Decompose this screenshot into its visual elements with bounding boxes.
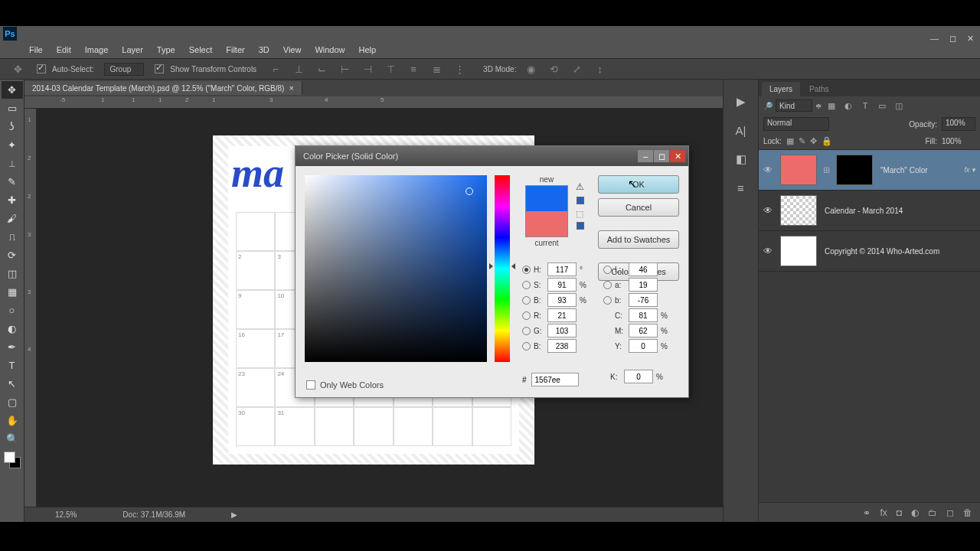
s-input[interactable]	[547, 278, 577, 292]
l-input[interactable]	[629, 262, 658, 276]
showtransform-check[interactable]	[155, 64, 164, 73]
autoselect-dropdown[interactable]: Group	[104, 63, 144, 76]
fx-icon[interactable]: fx ▾	[964, 166, 980, 174]
websafe-swatch[interactable]	[577, 222, 584, 230]
dodge-tool[interactable]: ◐	[2, 320, 23, 337]
filter-adjust-icon[interactable]: ◐	[841, 99, 855, 112]
hex-input[interactable]	[531, 373, 579, 386]
add-swatches-button[interactable]: Add to Swatches	[598, 230, 679, 249]
stamp-tool[interactable]: ⎍	[2, 228, 23, 246]
dialog-min-icon[interactable]: –	[638, 150, 653, 162]
layer-name[interactable]: Calendar - March 2014	[820, 207, 980, 215]
gradient-tool[interactable]: ▦	[2, 283, 23, 301]
blab-radio[interactable]	[603, 296, 612, 305]
lasso-tool[interactable]: ʖ	[2, 118, 23, 135]
a-radio[interactable]	[603, 281, 612, 289]
filter-smart-icon[interactable]: ◫	[892, 99, 906, 112]
filter-shape-icon[interactable]: ▭	[875, 99, 889, 112]
align-icon[interactable]: ⊥	[290, 60, 307, 77]
3d-icon[interactable]: ⤢	[568, 60, 585, 77]
eraser-tool[interactable]: ◫	[2, 265, 23, 282]
layer-name[interactable]: Copyright © 2014 Who-Arted.com	[820, 247, 980, 256]
color-swatch[interactable]	[4, 452, 21, 468]
align-icon[interactable]: ⊢	[336, 60, 353, 77]
align-icon[interactable]: ⊣	[359, 60, 376, 77]
current-color-swatch[interactable]	[526, 211, 567, 236]
history-panel-icon[interactable]: ▶	[737, 95, 746, 109]
maximize-button[interactable]: ◻	[949, 34, 956, 44]
menu-edit[interactable]: Edit	[51, 44, 77, 56]
paths-tab[interactable]: Paths	[802, 82, 837, 96]
a-input[interactable]	[629, 278, 658, 292]
align-icon[interactable]: ⌐	[267, 60, 284, 77]
mask-thumb[interactable]	[836, 155, 873, 185]
g-radio[interactable]	[522, 327, 531, 335]
mask-button-icon[interactable]: ◘	[897, 507, 902, 518]
minimize-button[interactable]: —	[930, 34, 939, 44]
crop-tool[interactable]: ⟂	[2, 155, 23, 172]
layer-row[interactable]: 👁 𐌎 "March" Color fx ▾	[759, 150, 980, 191]
websafe-icon[interactable]: ⬚	[576, 209, 584, 217]
distribute-icon[interactable]: ≣	[428, 60, 445, 77]
brush-tool[interactable]: 🖌	[2, 210, 23, 227]
menu-filter[interactable]: Filter	[220, 44, 250, 56]
c-input[interactable]	[629, 308, 658, 322]
eyedropper-tool[interactable]: ✎	[2, 173, 23, 191]
layer-thumb[interactable]	[780, 236, 817, 266]
h-input[interactable]	[547, 262, 577, 276]
menu-select[interactable]: Select	[183, 44, 219, 56]
3d-icon[interactable]: ⟲	[545, 60, 562, 77]
dialog-close-icon[interactable]: ✕	[670, 150, 685, 162]
distribute-icon[interactable]: ≡	[405, 60, 422, 77]
sb-cursor[interactable]	[466, 187, 473, 195]
link-icon[interactable]: ⚭	[863, 507, 871, 518]
lock-pos-icon[interactable]: ✥	[810, 136, 817, 146]
lock-paint-icon[interactable]: ✎	[799, 136, 805, 146]
g-input[interactable]	[547, 324, 577, 337]
lock-all-icon[interactable]: 🔒	[822, 136, 832, 146]
saturation-brightness-field[interactable]	[305, 175, 487, 362]
menu-layer[interactable]: Layer	[116, 44, 149, 56]
blur-tool[interactable]: ○	[2, 302, 23, 319]
trash-icon[interactable]: 🗑	[963, 507, 972, 518]
align-icon[interactable]: ⊤	[382, 60, 399, 77]
3d-icon[interactable]: ↕	[591, 60, 608, 77]
zoom-level[interactable]: 12.5%	[55, 510, 77, 519]
new-color-swatch[interactable]	[526, 186, 567, 211]
l-radio[interactable]	[603, 266, 612, 274]
menu-3d[interactable]: 3D	[253, 44, 276, 56]
character-panel-icon[interactable]: A|	[736, 124, 746, 137]
gamut-warning-icon[interactable]: ⚠	[576, 181, 584, 192]
layer-row[interactable]: 👁 Copyright © 2014 Who-Arted.com	[759, 231, 980, 272]
3d-icon[interactable]: ◉	[522, 60, 539, 77]
search-icon[interactable]: 🔎	[763, 102, 773, 110]
layer-thumb[interactable]	[780, 155, 817, 185]
opacity-input[interactable]: 100%	[942, 117, 975, 131]
tab-close-icon[interactable]: ×	[289, 83, 293, 93]
hue-cursor[interactable]	[491, 263, 514, 268]
b-radio[interactable]	[522, 296, 531, 305]
filter-pixel-icon[interactable]: ▦	[825, 99, 838, 112]
menu-type[interactable]: Type	[151, 44, 181, 56]
blab-input[interactable]	[629, 293, 658, 307]
visibility-eye-icon[interactable]: 👁	[759, 205, 777, 216]
r-radio[interactable]	[522, 311, 531, 320]
paragraph-panel-icon[interactable]: ≡	[737, 181, 744, 194]
kind-filter[interactable]	[776, 99, 812, 112]
layer-thumb[interactable]	[780, 195, 817, 226]
menu-file[interactable]: File	[23, 44, 49, 56]
distribute-icon[interactable]: ⋮	[451, 60, 468, 77]
b-input[interactable]	[547, 293, 577, 307]
ok-button[interactable]: OK↖	[598, 175, 679, 194]
bch-input[interactable]	[547, 339, 577, 353]
document-tab[interactable]: 2014-03 Calendar Template (March).psd @ …	[24, 81, 302, 95]
fx-button-icon[interactable]: fx	[880, 507, 887, 518]
visibility-eye-icon[interactable]: 👁	[759, 165, 777, 175]
path-tool[interactable]: ↖	[2, 375, 23, 393]
pen-tool[interactable]: ✒	[2, 338, 23, 356]
layer-row[interactable]: 👁 Calendar - March 2014	[759, 191, 980, 231]
dialog-max-icon[interactable]: ◻	[654, 150, 669, 162]
menu-view[interactable]: View	[277, 44, 308, 56]
m-input[interactable]	[629, 324, 658, 337]
layer-name[interactable]: "March" Color	[876, 166, 964, 174]
